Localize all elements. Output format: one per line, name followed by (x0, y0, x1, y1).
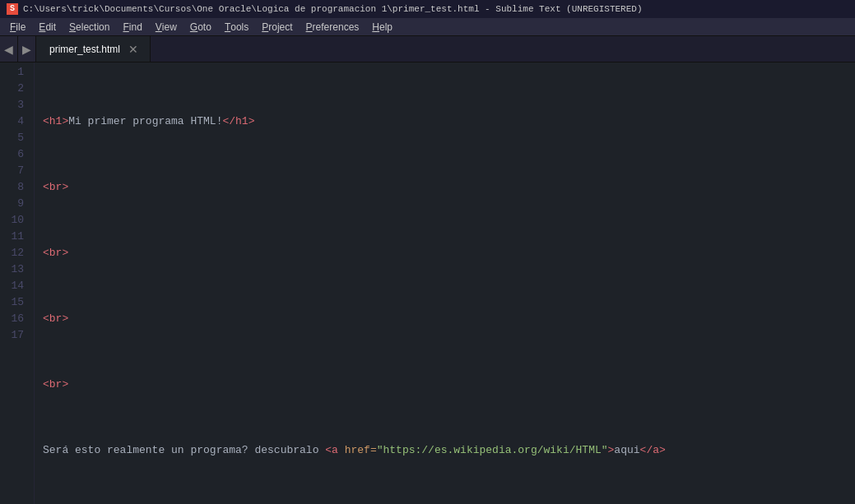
code-line-6: Será esto realmente un programa? descubr… (43, 442, 855, 459)
code-line-3: <br> (43, 245, 855, 261)
menu-view[interactable]: View (149, 18, 184, 35)
line-num-9: 9 (7, 196, 24, 212)
menu-find[interactable]: Find (116, 18, 148, 35)
code-line-2: <br> (43, 179, 855, 196)
line-num-8: 8 (7, 179, 24, 196)
line-num-6: 6 (7, 146, 24, 163)
title-text: C:\Users\trick\Documents\Cursos\One Orac… (23, 4, 643, 14)
menu-tools[interactable]: Tools (218, 18, 255, 35)
tab-label: primer_test.html (49, 44, 120, 55)
line-num-4: 4 (7, 113, 24, 130)
tab-bar: ◀ ▶ primer_test.html ✕ (0, 36, 855, 62)
title-bar: S C:\Users\trick\Documents\Cursos\One Or… (0, 0, 855, 18)
line-num-17: 17 (7, 327, 24, 344)
menu-preferences[interactable]: Preferences (300, 18, 366, 35)
line-num-7: 7 (7, 163, 24, 179)
menu-help[interactable]: Help (365, 18, 399, 35)
tab-prev-button[interactable]: ◀ (0, 36, 18, 62)
tab-next-button[interactable]: ▶ (18, 36, 36, 62)
line-num-14: 14 (7, 278, 24, 294)
menu-selection[interactable]: Selection (63, 18, 116, 35)
tab-close-button[interactable]: ✕ (127, 43, 140, 56)
menu-file[interactable]: File (3, 18, 32, 35)
line-numbers: 1 2 3 4 5 6 7 8 9 10 11 12 13 14 15 16 1… (0, 62, 35, 504)
line-num-10: 10 (7, 212, 24, 229)
tab-primer-test[interactable]: primer_test.html ✕ (36, 36, 151, 62)
code-editor[interactable]: <h1>Mi primer programa HTML!</h1> <br> <… (35, 62, 855, 504)
editor: 1 2 3 4 5 6 7 8 9 10 11 12 13 14 15 16 1… (0, 62, 855, 504)
line-num-11: 11 (7, 229, 24, 245)
menu-bar: File Edit Selection Find View Goto Tools… (0, 18, 855, 36)
line-num-1: 1 (7, 64, 24, 81)
line-num-5: 5 (7, 130, 24, 146)
line-num-15: 15 (7, 294, 24, 311)
line-num-2: 2 (7, 81, 24, 97)
code-line-4: <br> (43, 311, 855, 327)
line-num-16: 16 (7, 311, 24, 327)
menu-goto[interactable]: Goto (184, 18, 218, 35)
line-num-12: 12 (7, 245, 24, 261)
menu-project[interactable]: Project (255, 18, 299, 35)
app-icon: S (7, 3, 18, 15)
code-line-5: <br> (43, 377, 855, 393)
code-line-1: <h1>Mi primer programa HTML!</h1> (43, 113, 855, 130)
line-num-13: 13 (7, 261, 24, 278)
menu-edit[interactable]: Edit (32, 18, 63, 35)
line-num-3: 3 (7, 97, 24, 113)
